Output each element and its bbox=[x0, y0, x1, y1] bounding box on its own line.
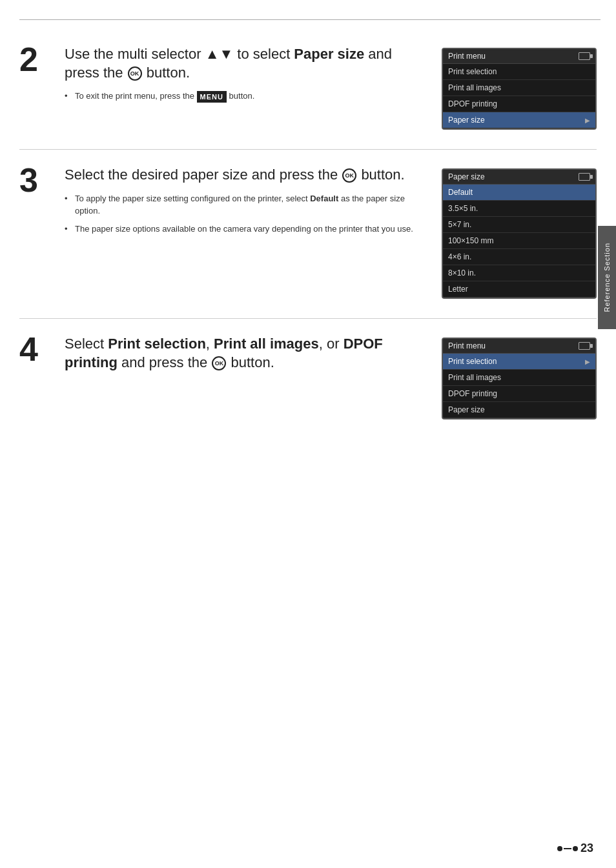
step3-row-0-label: Default bbox=[448, 188, 473, 197]
step3-title-text2: button. bbox=[357, 167, 404, 183]
step3-screen-title: Paper size bbox=[448, 172, 485, 181]
step3-bullet1-text1: To apply the paper size setting configur… bbox=[75, 194, 310, 203]
step2-title-text1: Use the multi selector bbox=[65, 46, 205, 62]
step2-row-2: DPOF printing bbox=[443, 96, 595, 112]
step2-row-1-label: Print all images bbox=[448, 83, 501, 92]
page-num-icon bbox=[557, 846, 578, 851]
sidebar-tab-label: Reference Section bbox=[603, 243, 611, 312]
step2-screen: Print menu Print selection Print all ima… bbox=[442, 48, 597, 130]
step2-title: Use the multi selector ▲▼ to select Pape… bbox=[65, 45, 429, 82]
page-number-area: 23 bbox=[557, 842, 593, 855]
step4-row-1: Print all images bbox=[443, 370, 595, 386]
page-num-dot1 bbox=[557, 846, 562, 851]
step3-row-2: 5×7 in. bbox=[443, 217, 595, 233]
step4-row-1-label: Print all images bbox=[448, 373, 501, 382]
step4-title-bold1: Print selection bbox=[108, 336, 206, 352]
step4-row-0-arrow: ▶ bbox=[585, 358, 590, 365]
step2-bullets: To exit the print menu, press the MENU b… bbox=[65, 90, 429, 103]
step2-battery-icon bbox=[579, 52, 590, 60]
step2-bullet1-end: button. bbox=[227, 91, 254, 101]
step3-row-5-label: 8×10 in. bbox=[448, 268, 476, 278]
step4-title: Select Print selection, Print all images… bbox=[65, 335, 429, 372]
step4-screen: Print menu Print selection ▶ Print all i… bbox=[442, 338, 597, 419]
step3-screen: Paper size Default 3.5×5 in. 5×7 in. 100… bbox=[442, 168, 597, 299]
step3-row-3: 100×150 mm bbox=[443, 233, 595, 249]
main-content: 2 Use the multi selector ▲▼ to select Pa… bbox=[0, 0, 616, 465]
step4-row-0-label: Print selection bbox=[448, 357, 497, 366]
step3-ok-button-icon bbox=[342, 168, 356, 183]
step3-section: 3 Select the desired paper size and pres… bbox=[19, 150, 597, 319]
step3-bullet1: To apply the paper size setting configur… bbox=[65, 192, 429, 217]
step4-title-text2: , bbox=[206, 336, 214, 352]
step3-title: Select the desired paper size and press … bbox=[65, 166, 429, 185]
step4-title-text3: , or bbox=[319, 336, 344, 352]
step4-screen-titlebar: Print menu bbox=[443, 339, 595, 354]
step2-title-arrows: ▲▼ bbox=[205, 46, 234, 62]
step3-row-2-label: 5×7 in. bbox=[448, 220, 471, 229]
step2-menu-key: MENU bbox=[197, 91, 227, 103]
step4-title-text5: button. bbox=[227, 354, 274, 370]
step3-row-5: 8×10 in. bbox=[443, 265, 595, 281]
step2-row-3-label: Paper size bbox=[448, 116, 485, 125]
step4-content: Select Print selection, Print all images… bbox=[65, 335, 442, 379]
step3-bullets: To apply the paper size setting configur… bbox=[65, 192, 429, 236]
step4-screen-title: Print menu bbox=[448, 341, 486, 350]
step3-title-text1: Select the desired paper size and press … bbox=[65, 167, 342, 183]
step3-bullet1-bold: Default bbox=[310, 194, 338, 203]
step3-row-1-label: 3.5×5 in. bbox=[448, 204, 478, 213]
step4-section: 4 Select Print selection, Print all imag… bbox=[19, 319, 597, 439]
page-container: Reference Section 2 Use the multi select… bbox=[0, 0, 616, 868]
step3-number: 3 bbox=[19, 163, 58, 197]
page-num-dot2 bbox=[573, 846, 578, 851]
step2-title-text4: button. bbox=[143, 65, 190, 81]
step4-row-3: Paper size bbox=[443, 402, 595, 418]
step3-screen-titlebar: Paper size bbox=[443, 170, 595, 185]
step4-title-text4: and press the bbox=[118, 354, 212, 370]
step4-title-text1: Select bbox=[65, 336, 108, 352]
page-num-dash bbox=[564, 848, 571, 849]
step3-row-1: 3.5×5 in. bbox=[443, 201, 595, 217]
step3-battery-icon bbox=[579, 173, 590, 181]
step2-ok-button-icon bbox=[128, 66, 142, 81]
step3-content: Select the desired paper size and press … bbox=[65, 166, 442, 240]
step2-row-3-arrow: ▶ bbox=[585, 117, 590, 124]
step2-title-bold: Paper size bbox=[294, 46, 364, 62]
step2-row-0: Print selection bbox=[443, 64, 595, 80]
step4-battery-icon bbox=[579, 342, 590, 350]
step2-title-text2: to select bbox=[233, 46, 294, 62]
step2-screen-titlebar: Print menu bbox=[443, 49, 595, 64]
step2-row-1: Print all images bbox=[443, 80, 595, 96]
step3-row-4: 4×6 in. bbox=[443, 249, 595, 265]
step3-row-0: Default bbox=[443, 185, 595, 201]
page-number: 23 bbox=[580, 842, 593, 855]
step3-row-6-label: Letter bbox=[448, 285, 468, 294]
step2-bullet1: To exit the print menu, press the MENU b… bbox=[65, 90, 429, 103]
step3-row-3-label: 100×150 mm bbox=[448, 236, 493, 245]
step2-screen-title: Print menu bbox=[448, 52, 486, 61]
step2-row-3: Paper size ▶ bbox=[443, 112, 595, 128]
step4-row-2: DPOF printing bbox=[443, 386, 595, 402]
step2-bullet1-text: To exit the print menu, press the bbox=[75, 91, 197, 101]
step4-ok-button-icon bbox=[212, 356, 226, 370]
step2-number: 2 bbox=[19, 43, 58, 76]
step3-row-4-label: 4×6 in. bbox=[448, 252, 471, 261]
step2-section: 2 Use the multi selector ▲▼ to select Pa… bbox=[19, 29, 597, 150]
step2-row-0-label: Print selection bbox=[448, 67, 497, 76]
step3-bullet2: The paper size options available on the … bbox=[65, 223, 429, 236]
step2-row-2-label: DPOF printing bbox=[448, 99, 497, 108]
step4-row-0: Print selection ▶ bbox=[443, 354, 595, 370]
step4-number: 4 bbox=[19, 332, 58, 366]
top-border bbox=[19, 19, 601, 20]
step4-row-2-label: DPOF printing bbox=[448, 389, 497, 398]
step4-row-3-label: Paper size bbox=[448, 405, 485, 414]
step3-row-6: Letter bbox=[443, 281, 595, 298]
sidebar-tab: Reference Section bbox=[598, 226, 616, 329]
step2-content: Use the multi selector ▲▼ to select Pape… bbox=[65, 45, 442, 108]
step4-title-bold2: Print all images bbox=[214, 336, 319, 352]
